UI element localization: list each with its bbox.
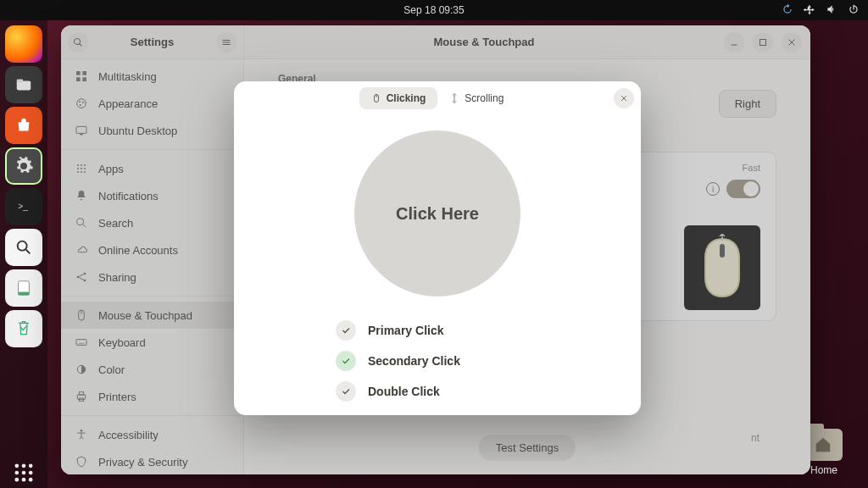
dock-terminal-icon[interactable]: >_ [5, 188, 42, 225]
svg-point-3 [18, 241, 27, 251]
result-label: Secondary Click [368, 354, 460, 368]
svg-point-14 [22, 478, 26, 482]
tab-label: Scrolling [465, 92, 504, 104]
svg-text:>_: >_ [18, 202, 28, 211]
tab-scrolling[interactable]: Scrolling [437, 87, 515, 109]
top-bar: Sep 18 09:35 [0, 0, 868, 20]
result-primary-click: Primary Click [336, 320, 539, 341]
result-double-click: Double Click [336, 381, 539, 402]
tab-label: Clicking [387, 92, 426, 104]
dock-software-icon[interactable] [5, 107, 42, 144]
check-icon [336, 351, 356, 371]
clock[interactable]: Sep 18 09:35 [403, 4, 464, 16]
power-icon[interactable] [848, 3, 860, 18]
svg-point-12 [29, 471, 33, 475]
dock-firefox-icon[interactable] [5, 25, 42, 63]
dock-settings-icon[interactable] [5, 147, 42, 185]
volume-icon[interactable] [826, 3, 837, 18]
svg-point-7 [15, 464, 19, 469]
result-label: Double Click [368, 385, 440, 398]
dock-show-apps-icon[interactable] [8, 458, 39, 488]
svg-point-9 [29, 464, 33, 469]
click-test-area[interactable]: Click Here [354, 130, 520, 297]
dock-text-editor-icon[interactable] [5, 269, 42, 307]
svg-rect-6 [19, 292, 30, 296]
refresh-status-icon[interactable] [782, 3, 793, 18]
svg-point-8 [22, 464, 26, 469]
svg-point-15 [29, 478, 33, 482]
dock: >_ [0, 20, 47, 488]
result-secondary-click: Secondary Click [336, 351, 539, 371]
tab-clicking[interactable]: Clicking [359, 87, 438, 109]
click-here-label: Click Here [396, 204, 479, 224]
svg-line-4 [26, 250, 31, 254]
click-results: Primary Click Secondary Click Double Cli… [336, 320, 539, 402]
check-icon [336, 381, 356, 402]
network-icon[interactable] [804, 3, 815, 18]
test-settings-dialog: Clicking Scrolling Click Here Primary Cl… [234, 81, 641, 415]
dock-files-icon[interactable] [5, 66, 42, 103]
svg-rect-1 [17, 80, 23, 83]
svg-point-11 [22, 471, 26, 475]
svg-point-10 [15, 471, 19, 475]
result-label: Primary Click [368, 324, 444, 337]
svg-point-13 [15, 478, 19, 482]
dock-trash-icon[interactable] [5, 310, 42, 347]
dialog-close-button[interactable] [614, 88, 634, 108]
check-icon [336, 320, 356, 341]
dock-image-viewer-icon[interactable] [5, 229, 42, 266]
